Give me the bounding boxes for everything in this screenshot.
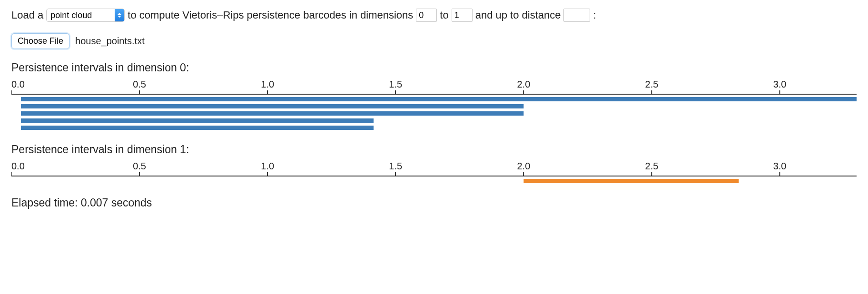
barcode-interval: [21, 111, 523, 116]
input-type-select-wrap[interactable]: point cloud: [46, 9, 125, 22]
axis-tick-label: 2.0: [517, 162, 530, 171]
barcode-interval: [21, 126, 374, 130]
axis-tick-label: 3.0: [773, 80, 787, 89]
barcode-container: Persistence intervals in dimension 0:0.0…: [11, 61, 857, 188]
barcode-interval: [21, 97, 857, 101]
distance-input[interactable]: [563, 9, 590, 22]
label-load-a: Load a: [11, 9, 43, 21]
choose-file-button[interactable]: Choose File: [11, 33, 69, 49]
chosen-filename: house_points.txt: [75, 36, 145, 47]
barcode-interval: [21, 104, 523, 108]
axis-tick-label: 3.0: [773, 162, 787, 171]
axis-tick-label: 0.0: [11, 162, 25, 171]
axis-tick-label: 2.5: [645, 80, 659, 89]
axis-tick-label: 0.0: [11, 80, 25, 89]
input-type-select[interactable]: point cloud: [46, 9, 125, 22]
axis-tick-label: 1.5: [389, 80, 402, 89]
barcode-section-title: Persistence intervals in dimension 1:: [11, 143, 857, 156]
barcode-chart: 0.00.51.01.52.02.53.0: [11, 162, 857, 188]
axis-tick-label: 1.0: [261, 80, 274, 89]
barcode-section-title: Persistence intervals in dimension 0:: [11, 61, 857, 74]
controls-row: Load a point cloud to compute Vietoris–R…: [11, 9, 857, 22]
dim-from-input[interactable]: [416, 9, 437, 22]
barcode-chart-wrap: 0.00.51.01.52.02.53.0: [11, 162, 857, 188]
barcode-interval: [523, 179, 739, 183]
label-compute: to compute Vietoris–Rips persistence bar…: [128, 9, 413, 21]
axis-tick-label: 1.0: [261, 162, 274, 171]
barcode-chart: 0.00.51.01.52.02.53.0: [11, 80, 857, 135]
dim-to-input[interactable]: [452, 9, 473, 22]
label-colon: :: [593, 9, 596, 21]
label-to: to: [440, 9, 448, 21]
label-upto: and up to distance: [475, 9, 561, 21]
elapsed-time: Elapsed time: 0.007 seconds: [11, 196, 857, 209]
axis-tick-label: 0.5: [133, 80, 146, 89]
barcode-chart-wrap: 0.00.51.01.52.02.53.0: [11, 80, 857, 135]
axis-tick-label: 2.0: [517, 80, 530, 89]
barcode-interval: [21, 118, 374, 123]
axis-tick-label: 2.5: [645, 162, 659, 171]
file-row: Choose File house_points.txt: [11, 33, 857, 49]
axis-tick-label: 0.5: [133, 162, 146, 171]
axis-tick-label: 1.5: [389, 162, 402, 171]
